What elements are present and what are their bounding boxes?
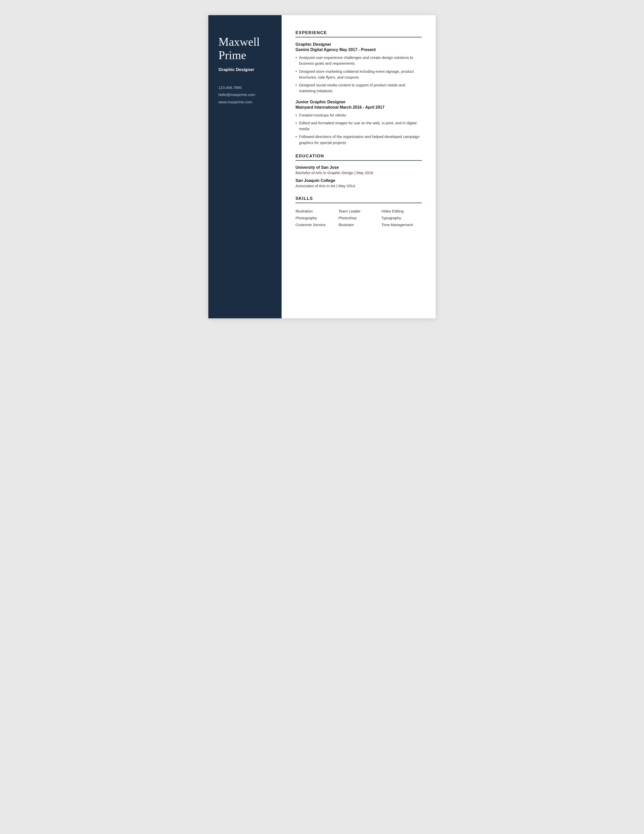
education-section-title: EDUCATION	[295, 154, 422, 161]
skills-column-3: Video Editing Typography Time Management	[381, 208, 422, 228]
candidate-name: Maxwell Prime	[218, 36, 273, 62]
job-bullet-2-2: Edited and formatted images for use on t…	[295, 120, 422, 132]
job-bullet-1-3: Designed social media content to support…	[295, 82, 422, 94]
sidebar: Maxwell Prime Graphic Designer 123.456.7…	[208, 15, 282, 318]
skills-section-title: SKILLS	[295, 196, 422, 203]
skill-photoshop: Photoshop	[339, 215, 379, 221]
experience-section: EXPERIENCE Graphic Designer Gemini Digit…	[295, 30, 422, 145]
skill-typography: Typography	[381, 215, 422, 221]
skill-illustration: Illustration	[295, 208, 336, 215]
job-company-date-1: Gemini Digital Agency May 2017 - Present	[295, 47, 422, 52]
skill-time-management: Time Management	[381, 221, 422, 228]
experience-section-title: EXPERIENCE	[295, 30, 422, 37]
resume-container: Maxwell Prime Graphic Designer 123.456.7…	[208, 15, 436, 318]
skills-section: SKILLS Illustration Photography Customer…	[295, 196, 422, 228]
job-bullet-2-1: Created mockups for clients	[295, 112, 422, 118]
school-entry-2: San Joaquin College Associates of Arts i…	[295, 178, 422, 188]
contact-info: 123.456.7890 hello@maxprime.com www.maxp…	[218, 85, 273, 105]
job-title-1: Graphic Designer	[295, 42, 422, 47]
skills-column-1: Illustration Photography Customer Servic…	[295, 208, 336, 228]
skills-grid: Illustration Photography Customer Servic…	[295, 208, 422, 228]
job-bullet-1-2: Designed store marketing collateral incl…	[295, 68, 422, 80]
main-content: EXPERIENCE Graphic Designer Gemini Digit…	[282, 15, 436, 318]
school-entry-1: University of San Jose Bachelor of Arts …	[295, 165, 422, 175]
skills-column-2: Team Leader Photoshop Illustrator	[339, 208, 379, 228]
job-entry-1: Graphic Designer Gemini Digital Agency M…	[295, 42, 422, 94]
job-bullet-1-1: Analyzed user experience challenges and …	[295, 55, 422, 66]
education-section: EDUCATION University of San Jose Bachelo…	[295, 154, 422, 188]
job-bullet-2-3: Followed directions of the organization …	[295, 134, 422, 145]
candidate-title: Graphic Designer	[218, 67, 273, 72]
school-degree-1: Bachelor of Arts in Graphic Design | May…	[295, 171, 422, 175]
skill-customer-service: Customer Service	[295, 221, 336, 228]
school-degree-2: Associates of Arts in Art | May 2014	[295, 184, 422, 188]
skill-team-leader: Team Leader	[339, 208, 379, 215]
skill-video-editing: Video Editing	[381, 208, 422, 215]
job-title-2: Junior Graphic Designer	[295, 100, 422, 105]
job-bullets-2: Created mockups for clients Edited and f…	[295, 112, 422, 145]
school-name-1: University of San Jose	[295, 165, 422, 170]
skill-photography: Photography	[295, 215, 336, 221]
job-bullets-1: Analyzed user experience challenges and …	[295, 55, 422, 94]
email-address: hello@maxprime.com	[218, 92, 273, 98]
phone-number: 123.456.7890	[218, 85, 273, 91]
website-url: www.maxprime.com	[218, 99, 273, 105]
job-company-date-2: Mainyard International March 2016 - Apri…	[295, 105, 422, 110]
job-entry-2: Junior Graphic Designer Mainyard Interna…	[295, 100, 422, 145]
skill-illustrator: Illustrator	[339, 221, 379, 228]
school-name-2: San Joaquin College	[295, 178, 422, 183]
